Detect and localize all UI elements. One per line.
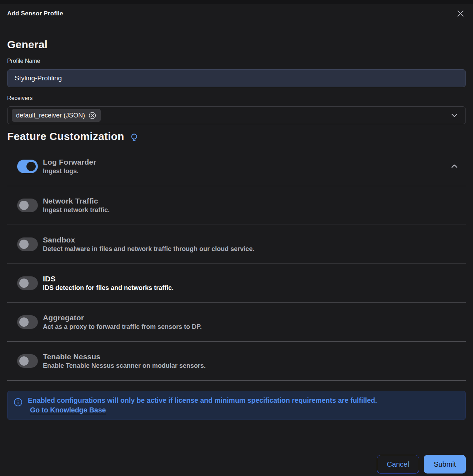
ids-toggle[interactable] bbox=[17, 276, 38, 290]
feature-row-sandbox: Sandbox Detect malware in files and netw… bbox=[7, 225, 466, 264]
knowledge-base-link[interactable]: Go to Knowledge Base bbox=[30, 405, 106, 415]
toggle-knob bbox=[19, 356, 29, 366]
feature-name: IDS bbox=[43, 274, 174, 284]
feature-description: Ingest network traffic. bbox=[43, 206, 110, 214]
receivers-label: Receivers bbox=[7, 95, 466, 102]
feature-row-log-forwarder: Log Forwarder Ingest logs. bbox=[7, 147, 466, 186]
feature-name: Log Forwarder bbox=[43, 157, 96, 167]
modal-header: Add Sensor Profile bbox=[7, 4, 466, 19]
feature-customization-heading: Feature Customization bbox=[7, 130, 124, 143]
feature-name: Tenable Nessus bbox=[43, 352, 206, 361]
toggle-knob bbox=[19, 240, 29, 249]
feature-name: Network Traffic bbox=[43, 196, 110, 206]
feature-name: Aggregator bbox=[43, 313, 202, 322]
receivers-select[interactable]: default_receiver (JSON) bbox=[7, 106, 466, 124]
close-button[interactable] bbox=[455, 8, 466, 19]
info-icon bbox=[13, 397, 23, 415]
chevron-down-icon bbox=[450, 111, 459, 120]
profile-name-input[interactable] bbox=[7, 69, 466, 87]
collapse-button[interactable] bbox=[449, 161, 460, 172]
modal-title: Add Sensor Profile bbox=[7, 10, 63, 17]
aggregator-toggle[interactable] bbox=[17, 315, 38, 329]
feature-name: Sandbox bbox=[43, 235, 254, 245]
toggle-knob bbox=[19, 201, 29, 210]
feature-description: Act as a proxy to forward traffic from s… bbox=[43, 322, 202, 331]
chevron-up-icon bbox=[449, 161, 459, 171]
feature-description: Detect malware in files and network traf… bbox=[43, 245, 254, 253]
receiver-chip: default_receiver (JSON) bbox=[12, 109, 101, 122]
toggle-knob bbox=[19, 317, 29, 327]
tenable-nessus-toggle[interactable] bbox=[17, 354, 38, 368]
close-icon bbox=[456, 9, 465, 18]
modal-footer: Cancel Submit bbox=[7, 455, 466, 474]
feature-row-network-traffic: Network Traffic Ingest network traffic. bbox=[7, 186, 466, 225]
feature-row-ids: IDS IDS detection for files and networks… bbox=[7, 264, 466, 303]
feature-description: Ingest logs. bbox=[43, 167, 96, 175]
feature-description: Enable Tenable Nessus scanner on modular… bbox=[43, 361, 206, 370]
feature-row-aggregator: Aggregator Act as a proxy to forward tra… bbox=[7, 303, 466, 342]
add-sensor-profile-modal: Add Sensor Profile General Profile Name … bbox=[0, 4, 473, 474]
banner-message: Enabled configurations will only be acti… bbox=[28, 396, 377, 404]
sandbox-toggle[interactable] bbox=[17, 237, 38, 251]
feature-row-tenable-nessus: Tenable Nessus Enable Tenable Nessus sca… bbox=[7, 342, 466, 381]
receiver-chip-label: default_receiver (JSON) bbox=[16, 112, 85, 119]
remove-receiver-button[interactable] bbox=[88, 111, 96, 120]
feature-customization-header: Feature Customization bbox=[7, 130, 466, 143]
general-heading: General bbox=[7, 38, 466, 51]
network-traffic-toggle[interactable] bbox=[17, 199, 38, 212]
lightbulb-icon bbox=[129, 133, 139, 142]
backdrop-edge bbox=[0, 0, 473, 4]
license-info-banner: Enabled configurations will only be acti… bbox=[7, 391, 466, 420]
cancel-button[interactable]: Cancel bbox=[377, 455, 419, 474]
feature-list: Log Forwarder Ingest logs. Network Traff… bbox=[7, 147, 466, 381]
log-forwarder-toggle[interactable] bbox=[17, 160, 38, 173]
circle-x-icon bbox=[88, 111, 96, 120]
feature-description: IDS detection for files and networks tra… bbox=[43, 284, 174, 292]
toggle-knob bbox=[26, 162, 36, 171]
profile-name-label: Profile Name bbox=[7, 57, 466, 65]
submit-button[interactable]: Submit bbox=[424, 455, 466, 474]
toggle-knob bbox=[19, 279, 29, 288]
